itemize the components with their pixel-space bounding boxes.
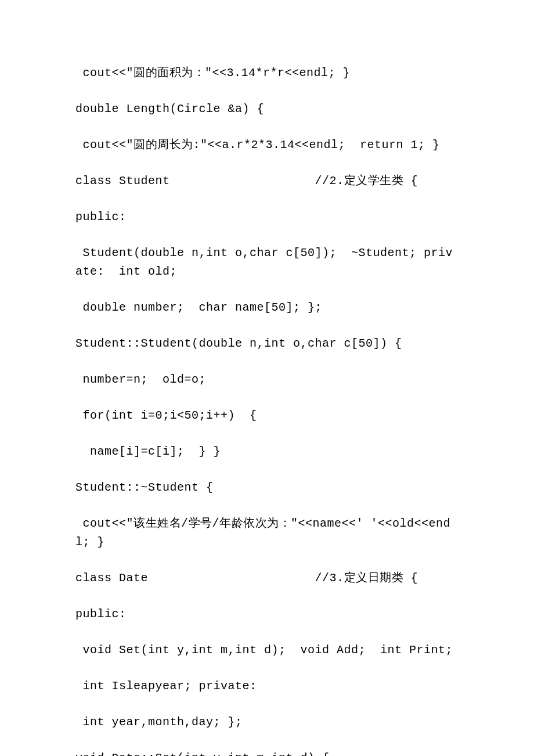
code-line: public: [75,605,459,624]
code-line: void Set(int y,int m,int d); void Add; i… [75,641,459,660]
code-line: class Date //3.定义日期类 { [75,569,459,588]
code-line: Student(double n,int o,char c[50]); ~Stu… [75,244,459,281]
document-page: cout<<"圆的面积为："<<3.14*r*r<<endl; } double… [0,0,534,756]
code-line: cout<<"圆的面积为："<<3.14*r*r<<endl; } [75,64,459,82]
code-line: number=n; old=o; [75,370,459,389]
code-line: public: [75,208,459,226]
code-line: int year,month,day; }; [75,713,459,732]
code-line: int Isleapyear; private: [75,677,459,696]
code-line: Student::~Student { [75,478,459,497]
code-line: double Length(Circle &a) { [75,100,459,118]
code-line: class Student //2.定义学生类 { [75,172,459,190]
code-line: for(int i=0;i<50;i++) { [75,406,459,425]
code-line: void Date::Set(int y,int m,int d) { [75,749,459,756]
code-line: cout<<"圆的周长为:"<<a.r*2*3.14<<endl; return… [75,136,459,154]
code-line: double number; char name[50]; }; [75,298,459,317]
code-line: Student::Student(double n,int o,char c[5… [75,334,459,353]
code-line: cout<<"该生姓名/学号/年龄依次为："<<name<<' '<<old<<… [75,514,459,552]
code-line: name[i]=c[i]; } } [75,442,459,461]
